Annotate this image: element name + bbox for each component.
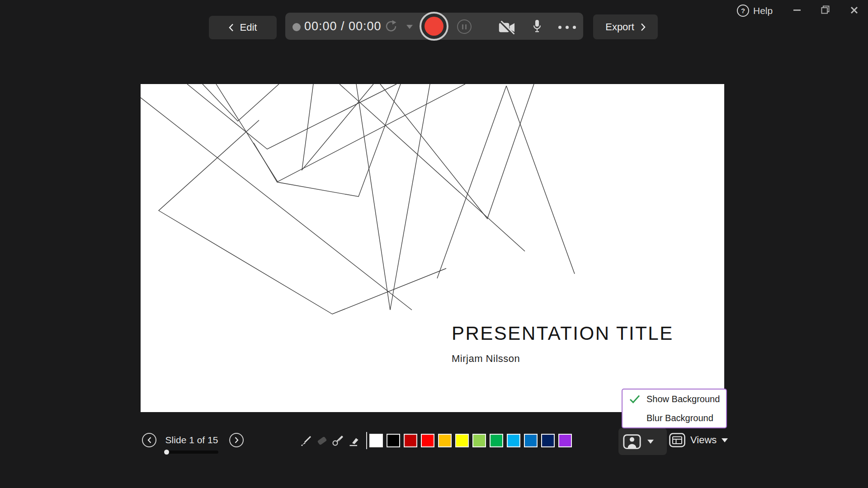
ink-color-swatch-3[interactable] — [421, 434, 434, 447]
retake-dropdown-icon[interactable] — [406, 25, 413, 29]
ink-color-swatch-1[interactable] — [387, 434, 400, 447]
edit-button[interactable]: Edit — [209, 16, 277, 39]
eraser-icon — [316, 434, 329, 447]
person-preview-icon — [623, 434, 641, 449]
next-slide-button[interactable] — [229, 433, 244, 447]
help-button[interactable]: ? Help — [737, 5, 773, 17]
recording-status-dot — [292, 23, 301, 31]
minimize-button[interactable] — [793, 9, 801, 11]
pause-button[interactable] — [457, 19, 472, 34]
ink-color-swatch-11[interactable] — [558, 434, 572, 447]
slide-counter: Slide 1 of 15 — [162, 435, 221, 446]
ink-color-swatch-8[interactable] — [507, 434, 520, 447]
ink-pen-tool-button[interactable] — [330, 433, 345, 448]
record-icon — [425, 17, 443, 36]
close-button[interactable] — [850, 6, 858, 14]
more-options-button[interactable] — [558, 26, 576, 29]
export-button-label: Export — [605, 21, 634, 33]
ink-color-swatch-6[interactable] — [472, 434, 486, 447]
toolbar-divider — [366, 432, 367, 449]
slide-progress-bar[interactable] — [164, 450, 218, 454]
recording-timer: 00:00 / 00:00 — [304, 13, 382, 40]
ink-color-swatch-9[interactable] — [524, 434, 538, 447]
recording-controls-panel: 00:00 / 00:00 — [285, 13, 583, 40]
camera-preview-button[interactable] — [618, 428, 667, 455]
eraser-tool-button[interactable] — [315, 433, 330, 448]
ellipsis-icon — [558, 26, 561, 29]
menu-item-blur-background[interactable]: Blur Background — [623, 408, 726, 427]
views-label: Views — [690, 434, 717, 446]
laser-pen-tool-button[interactable] — [299, 433, 314, 448]
help-label: Help — [753, 5, 773, 16]
camera-off-icon[interactable] — [498, 21, 516, 34]
highlighter-tool-button[interactable] — [347, 433, 362, 448]
checkmark-icon — [629, 394, 640, 404]
restore-window-button[interactable] — [821, 5, 830, 14]
camera-preview-dropdown-icon[interactable] — [647, 440, 654, 444]
chevron-right-icon — [235, 437, 239, 443]
edit-button-label: Edit — [240, 22, 257, 33]
ink-color-swatch-2[interactable] — [404, 434, 417, 447]
ink-pen-icon — [331, 434, 344, 447]
menu-item-show-background[interactable]: Show Background — [623, 389, 726, 408]
ink-color-swatch-7[interactable] — [490, 434, 503, 447]
menu-item-label: Show Background — [646, 394, 720, 404]
retake-icon[interactable] — [384, 19, 398, 33]
menu-item-label: Blur Background — [646, 413, 713, 423]
views-button[interactable]: Views — [669, 433, 728, 447]
help-icon: ? — [737, 5, 749, 17]
slide-line-art — [141, 84, 724, 412]
ink-color-swatch-0[interactable] — [369, 434, 383, 447]
ink-color-swatch-10[interactable] — [541, 434, 555, 447]
slide-canvas[interactable]: PRESENTATION TITLE Mirjam Nilsson — [141, 84, 724, 412]
pen-icon — [300, 434, 313, 447]
chevron-right-icon — [641, 23, 646, 31]
highlighter-icon — [348, 434, 361, 447]
recording-studio-window: { "window": { "help_label": "Help" }, "i… — [0, 0, 868, 488]
ink-color-swatch-4[interactable] — [438, 434, 452, 447]
microphone-icon[interactable] — [533, 19, 542, 33]
chevron-left-icon — [229, 23, 234, 32]
background-options-menu: Show Background Blur Background — [622, 389, 727, 428]
previous-slide-button[interactable] — [142, 433, 156, 447]
slide-progress-thumb[interactable] — [164, 450, 169, 455]
ink-color-swatches — [369, 434, 572, 447]
record-button[interactable] — [420, 12, 448, 41]
views-layout-icon — [669, 433, 685, 447]
slide-title: PRESENTATION TITLE — [452, 323, 674, 344]
views-dropdown-icon — [722, 438, 728, 442]
slide-author: Mirjam Nilsson — [452, 353, 520, 365]
export-button[interactable]: Export — [593, 14, 658, 39]
ink-color-swatch-5[interactable] — [455, 434, 469, 447]
chevron-left-icon — [147, 437, 151, 443]
